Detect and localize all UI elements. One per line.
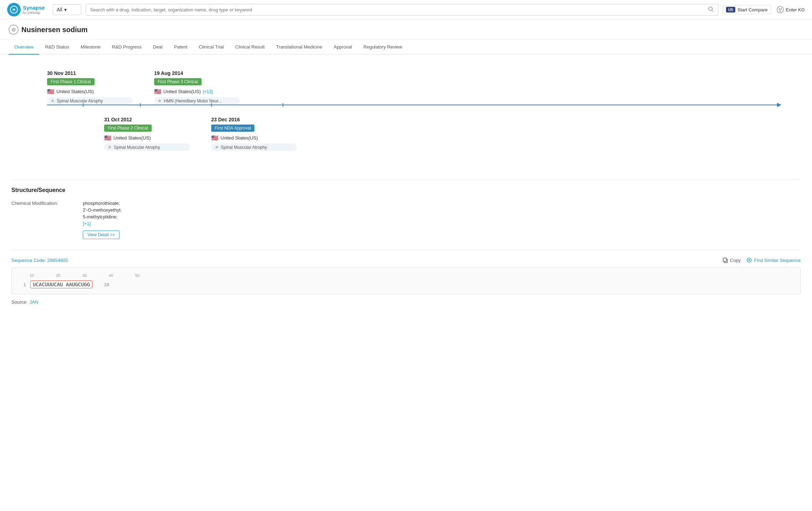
logo-title: Synapse bbox=[23, 5, 45, 11]
logo-text: Synapse by patsnap bbox=[23, 5, 45, 15]
event-4-country-label: United States(US) bbox=[220, 135, 258, 141]
nav-tabs: Overview R&D Status Milestone R&D Progre… bbox=[0, 40, 812, 55]
indication-icon-2: ✳ bbox=[108, 145, 112, 150]
event-3-indication[interactable]: ✳ HMN (Hereditary Motor Neur... bbox=[154, 97, 240, 105]
logo[interactable]: Synapse by patsnap bbox=[7, 3, 45, 16]
indication-icon-4: ✳ bbox=[215, 145, 219, 150]
ruler-30: 30 bbox=[82, 273, 109, 278]
event-1-country-label: United States(US) bbox=[56, 89, 94, 94]
chemical-modification-label: Chemical Modification: bbox=[11, 201, 83, 239]
start-compare-button[interactable]: U5 Start Compare bbox=[723, 5, 771, 14]
event-1-date: 30 Nov 2011 bbox=[47, 70, 133, 76]
event-2-date: 31 Oct 2012 bbox=[104, 117, 190, 122]
seq-row-num: 1 bbox=[19, 282, 26, 287]
drug-icon: ⊙ bbox=[9, 25, 19, 35]
modification-1: phosphorothioate; bbox=[83, 201, 122, 206]
tab-deal[interactable]: Deal bbox=[147, 40, 168, 55]
structure-section-title: Structure/Sequence bbox=[11, 187, 801, 193]
timeline-section: 30 Nov 2011 First Phase 1 Clinical 🇺🇸 Un… bbox=[11, 63, 801, 165]
event-3-date: 19 Aug 2014 bbox=[154, 70, 240, 76]
sequence-label: Sequence Code: bbox=[11, 258, 46, 263]
modification-3: 5-methylcytidine; bbox=[83, 214, 122, 219]
event-1-indication-label: Spinal Muscular Atrophy bbox=[57, 98, 103, 103]
sequence-ruler: 10 20 30 40 50 bbox=[19, 273, 793, 278]
source-label: Source: bbox=[11, 299, 27, 305]
timeline-event-2: 31 Oct 2012 First Phase 2 Clinical 🇺🇸 Un… bbox=[104, 117, 190, 151]
tab-regulatory-review[interactable]: Regulatory Review bbox=[358, 40, 408, 55]
timeline-event-3: 19 Aug 2014 First Phase 3 Clinical 🇺🇸 Un… bbox=[154, 70, 240, 105]
event-1-country: 🇺🇸 United States(US) bbox=[47, 88, 133, 95]
view-detail-button[interactable]: View Detail >> bbox=[83, 231, 120, 239]
sequence-code-link[interactable]: Sequence Code: 29854605 bbox=[11, 258, 68, 263]
event-4-badge[interactable]: First NDA Approval bbox=[211, 125, 254, 132]
event-2-badge[interactable]: First Phase 2 Clinical bbox=[104, 125, 152, 132]
compare-label: Start Compare bbox=[737, 7, 768, 12]
search-input[interactable] bbox=[90, 7, 705, 12]
tab-rd-progress[interactable]: R&D Progress bbox=[106, 40, 147, 55]
tab-patent[interactable]: Patent bbox=[168, 40, 193, 55]
tab-approval[interactable]: Approval bbox=[328, 40, 357, 55]
tab-clinical-trial[interactable]: Clinical Trial bbox=[193, 40, 229, 55]
event-3-badge[interactable]: First Phase 3 Clinical bbox=[154, 78, 202, 85]
search-bar[interactable] bbox=[86, 4, 719, 16]
drug-name: Nusinersen sodium bbox=[21, 26, 88, 34]
chemical-modification-row: Chemical Modification: phosphorothioate;… bbox=[11, 201, 801, 239]
u5-badge: U5 bbox=[726, 7, 735, 12]
divider-2 bbox=[11, 250, 801, 250]
flag-icon-3: 🇺🇸 bbox=[154, 88, 161, 95]
tab-rd-status[interactable]: R&D Status bbox=[39, 40, 75, 55]
flag-icon: 🇺🇸 bbox=[47, 88, 54, 95]
logo-subtitle: by patsnap bbox=[23, 11, 45, 15]
search-type-label: All bbox=[57, 7, 62, 12]
timeline-top-events: 30 Nov 2011 First Phase 1 Clinical 🇺🇸 Un… bbox=[11, 70, 801, 105]
event-3-country: 🇺🇸 United States(US) [+12] bbox=[154, 88, 240, 95]
event-2-indication[interactable]: ✳ Spinal Muscular Atrophy bbox=[104, 143, 190, 151]
svg-line-2 bbox=[712, 10, 713, 11]
ruler-50: 50 bbox=[135, 273, 162, 278]
timeline-event-4: 23 Dec 2016 First NDA Approval 🇺🇸 United… bbox=[211, 117, 297, 151]
sequence-row: 1 UCACUUUCAU AAUGCUGG 18 bbox=[19, 280, 793, 288]
source-line: Source: JAN bbox=[11, 299, 801, 305]
event-1-badge[interactable]: First Phase 1 Clinical bbox=[47, 78, 95, 85]
event-4-country: 🇺🇸 United States(US) bbox=[211, 135, 297, 141]
logo-icon bbox=[7, 3, 21, 16]
seq-end-num: 18 bbox=[104, 282, 109, 287]
find-similar-button[interactable]: Find Similar Sequence bbox=[746, 257, 801, 263]
event-2-indication-label: Spinal Muscular Atrophy bbox=[114, 145, 160, 150]
search-type-dropdown[interactable]: All ▾ bbox=[53, 4, 81, 15]
ruler-20: 20 bbox=[56, 273, 82, 278]
modification-more-link[interactable]: [+1] bbox=[83, 221, 122, 226]
event-4-indication-label: Spinal Muscular Atrophy bbox=[221, 145, 267, 150]
svg-line-9 bbox=[780, 9, 781, 11]
event-4-indication[interactable]: ✳ Spinal Muscular Atrophy bbox=[211, 143, 297, 151]
sequence-box: 10 20 30 40 50 1 UCACUUUCAU AAUGCUGG 18 bbox=[11, 267, 801, 294]
sequence-code-value: 29854605 bbox=[47, 258, 68, 263]
indication-icon-3: ✳ bbox=[158, 98, 162, 103]
structure-section: Structure/Sequence Chemical Modification… bbox=[11, 187, 801, 239]
event-1-indication[interactable]: ✳ Spinal Muscular Atrophy bbox=[47, 97, 133, 105]
search-icon[interactable] bbox=[708, 6, 714, 13]
tab-translational-medicine[interactable]: Translational Medicine bbox=[270, 40, 328, 55]
event-2-country: 🇺🇸 United States(US) bbox=[104, 135, 190, 141]
kg-label: Enter KG bbox=[786, 7, 805, 12]
svg-rect-11 bbox=[723, 258, 726, 262]
copy-label: Copy bbox=[730, 258, 741, 263]
sequence-section: Sequence Code: 29854605 Copy bbox=[11, 257, 801, 294]
ruler-40: 40 bbox=[109, 273, 135, 278]
timeline-bottom-events: 31 Oct 2012 First Phase 2 Clinical 🇺🇸 Un… bbox=[11, 117, 801, 151]
tab-milestone[interactable]: Milestone bbox=[75, 40, 106, 55]
enter-kg-button[interactable]: Enter KG bbox=[777, 6, 805, 13]
svg-line-8 bbox=[779, 9, 780, 11]
flag-icon-2: 🇺🇸 bbox=[104, 135, 111, 141]
tab-clinical-result[interactable]: Clinical Result bbox=[229, 40, 270, 55]
flag-icon-4: 🇺🇸 bbox=[211, 135, 218, 141]
source-link[interactable]: JAN bbox=[30, 299, 39, 305]
chemical-modification-values: phosphorothioate; 2'-O-methoxyethyl; 5-m… bbox=[83, 201, 122, 239]
indication-icon: ✳ bbox=[51, 98, 55, 103]
ruler-10: 10 bbox=[30, 273, 56, 278]
event-3-country-more[interactable]: [+12] bbox=[203, 89, 213, 94]
copy-icon bbox=[722, 257, 728, 263]
copy-button[interactable]: Copy bbox=[722, 257, 741, 263]
divider-1 bbox=[11, 179, 801, 180]
tab-overview[interactable]: Overview bbox=[9, 40, 39, 55]
